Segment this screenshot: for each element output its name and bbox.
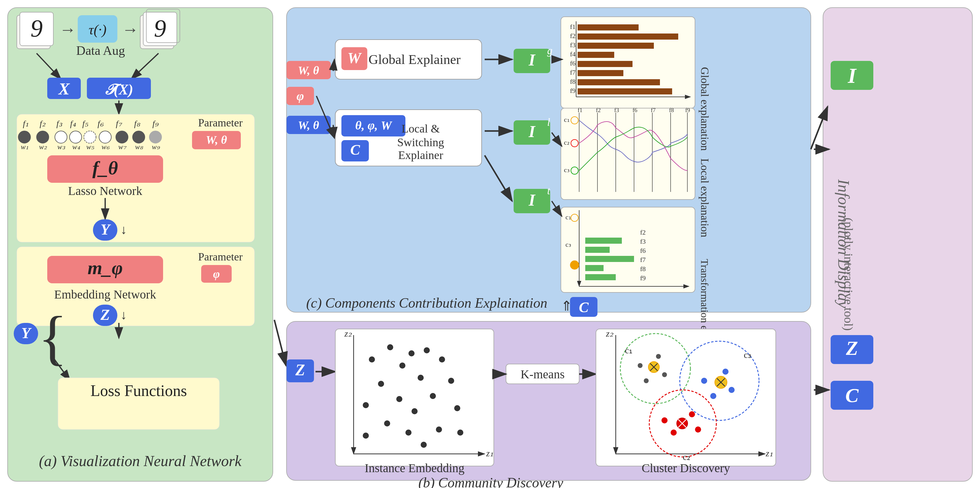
svg-text:Global Explainer: Global Explainer: [369, 52, 461, 67]
svg-line-17: [131, 53, 159, 79]
svg-point-199: [436, 426, 442, 433]
svg-text:Parameter: Parameter: [198, 251, 243, 263]
svg-rect-85: [341, 47, 367, 70]
svg-point-195: [363, 402, 369, 408]
svg-point-39: [116, 131, 128, 143]
svg-rect-71: [14, 323, 38, 344]
svg-line-252: [811, 107, 827, 149]
svg-rect-23: [17, 114, 255, 242]
svg-point-41: [150, 131, 162, 143]
svg-point-38: [99, 131, 111, 143]
svg-rect-54: [47, 155, 163, 183]
svg-text:f₂: f₂: [40, 119, 46, 128]
svg-text:Z: Z: [295, 361, 305, 379]
svg-text:Z: Z: [100, 306, 110, 323]
svg-point-33: [18, 131, 30, 143]
svg-rect-78: [286, 61, 331, 79]
svg-text:Transformation explanation: Transformation explanation: [699, 259, 710, 374]
svg-text:z₂: z₂: [344, 328, 352, 338]
svg-text:c₂: c₂: [564, 139, 570, 146]
svg-point-238: [656, 354, 661, 359]
svg-text:C: C: [845, 384, 859, 406]
svg-rect-89: [514, 49, 550, 73]
svg-text:f8: f8: [570, 78, 576, 85]
svg-text:f1: f1: [578, 107, 582, 113]
svg-rect-102: [578, 61, 633, 67]
svg-text:z₁: z₁: [765, 448, 773, 458]
svg-rect-4: [17, 15, 50, 49]
svg-point-133: [571, 139, 578, 147]
svg-text:Y: Y: [21, 325, 32, 341]
svg-text:→: →: [122, 20, 139, 39]
svg-text:Local &: Local &: [401, 122, 440, 135]
svg-rect-113: [335, 110, 482, 166]
svg-point-191: [378, 381, 384, 387]
svg-text:φ: φ: [213, 268, 220, 280]
svg-text:z₂: z₂: [606, 328, 614, 338]
svg-text:Y: Y: [100, 221, 111, 238]
svg-text:I: I: [528, 51, 536, 69]
svg-text:z₁: z₁: [486, 448, 493, 458]
svg-line-217: [650, 363, 657, 371]
svg-point-216: [648, 361, 659, 372]
svg-line-16: [37, 53, 61, 79]
svg-text:I: I: [528, 191, 536, 209]
svg-rect-52: [192, 131, 241, 149]
diagram-wrapper: 9 → τ(·) → 9 Data Aug X 𝒯(X): [0, 0, 980, 488]
svg-point-35: [55, 131, 67, 143]
svg-rect-243: [830, 61, 873, 90]
svg-rect-114: [341, 115, 406, 136]
svg-line-128: [485, 155, 512, 201]
svg-text:↓: ↓: [120, 223, 127, 237]
svg-point-233: [662, 417, 668, 423]
svg-rect-18: [47, 78, 81, 99]
svg-point-192: [448, 378, 454, 384]
svg-text:I: I: [847, 64, 857, 87]
svg-text:f₁: f₁: [23, 119, 29, 128]
svg-point-237: [638, 363, 643, 368]
svg-text:W, θ: W, θ: [298, 64, 319, 77]
svg-rect-11: [140, 15, 174, 49]
svg-point-185: [409, 350, 415, 356]
svg-rect-160: [585, 265, 603, 271]
svg-rect-152: [561, 207, 695, 292]
svg-point-184: [387, 344, 393, 350]
svg-point-219: [680, 341, 759, 420]
svg-rect-0: [8, 8, 273, 481]
svg-text:W: W: [347, 49, 362, 67]
svg-text:f₉: f₉: [153, 119, 159, 128]
svg-point-131: [571, 117, 578, 124]
svg-point-36: [70, 131, 82, 143]
svg-text:c₁: c₁: [625, 345, 633, 355]
svg-text:f2: f2: [640, 228, 646, 236]
svg-line-227: [717, 378, 725, 386]
svg-point-186: [369, 356, 375, 363]
svg-text:w₁: w₁: [21, 143, 29, 151]
svg-rect-129: [561, 108, 695, 200]
svg-line-171: [552, 201, 562, 216]
svg-rect-14: [146, 9, 180, 43]
svg-text:{: {: [38, 304, 67, 371]
svg-point-201: [363, 433, 369, 439]
svg-rect-116: [341, 140, 369, 162]
svg-point-221: [701, 378, 707, 384]
svg-rect-65: [47, 256, 163, 283]
svg-text:Loss Functions: Loss Functions: [91, 382, 187, 399]
svg-text:K-means: K-means: [521, 368, 565, 381]
svg-text:Instance Embedding: Instance Embedding: [364, 461, 465, 475]
svg-line-258: [317, 96, 334, 138]
svg-text:↓: ↓: [120, 308, 127, 322]
svg-text:f₆: f₆: [97, 119, 104, 128]
svg-rect-100: [578, 52, 614, 58]
svg-text:Embedding Network: Embedding Network: [54, 288, 156, 301]
svg-point-34: [37, 131, 49, 143]
svg-rect-75: [58, 378, 220, 429]
svg-text:W, θ: W, θ: [298, 119, 319, 132]
svg-line-218: [650, 363, 657, 371]
svg-text:f3: f3: [614, 107, 619, 113]
svg-text:l: l: [547, 116, 550, 128]
svg-text:f6: f6: [570, 59, 576, 67]
svg-point-37: [84, 131, 96, 143]
svg-text:w₅: w₅: [86, 143, 94, 151]
svg-point-194: [430, 393, 436, 399]
